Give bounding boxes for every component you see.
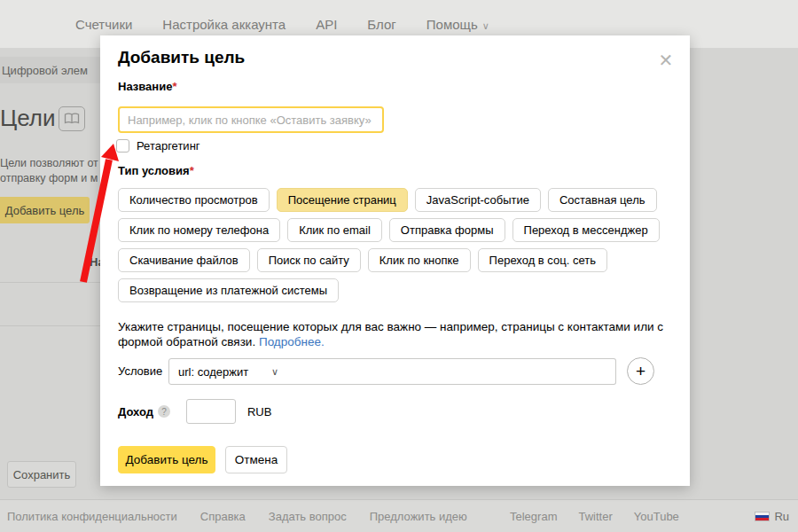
retargeting-checkbox[interactable] bbox=[116, 139, 129, 153]
chip-email-click[interactable]: Клик по email bbox=[287, 218, 382, 242]
page-title: Цели bbox=[0, 105, 56, 131]
background-add-goal-button[interactable]: Добавить цель bbox=[0, 197, 90, 223]
revenue-input[interactable] bbox=[186, 399, 236, 424]
goal-type-row-4: Возвращение из платежной системы bbox=[118, 278, 339, 302]
help-icon[interactable]: ? bbox=[158, 405, 170, 418]
nav-api[interactable]: API bbox=[316, 17, 337, 32]
hint-text-body: Укажите страницы, посещение которых для … bbox=[118, 320, 663, 348]
submit-add-goal-button[interactable]: Добавить цель bbox=[118, 446, 215, 473]
dialog-title: Добавить цель bbox=[118, 48, 245, 67]
chip-payment-return[interactable]: Возвращение из платежной системы bbox=[118, 278, 339, 302]
footer-link-youtube[interactable]: YouTube bbox=[634, 510, 679, 523]
goal-name-input[interactable] bbox=[118, 106, 384, 133]
chip-site-search[interactable]: Поиск по сайту bbox=[257, 248, 361, 272]
goal-type-row-1: Количество просмотров Посещение страниц … bbox=[118, 188, 657, 212]
learn-more-link[interactable]: Подробнее. bbox=[259, 335, 325, 348]
required-asterisk: * bbox=[172, 80, 176, 93]
russia-flag-icon bbox=[755, 512, 770, 521]
chip-social-network[interactable]: Переход в соц. сеть bbox=[478, 248, 607, 272]
docs-book-icon[interactable] bbox=[59, 106, 85, 131]
goals-description-line1: Цели позволяют от bbox=[0, 156, 100, 171]
table-divider bbox=[0, 325, 100, 326]
chip-form-submit[interactable]: Отправка формы bbox=[389, 218, 505, 242]
goals-description: Цели позволяют от отправку форм и м bbox=[0, 156, 100, 188]
condition-value-input[interactable] bbox=[287, 358, 616, 385]
breadcrumb-label: Цифровой элем bbox=[0, 57, 100, 77]
chip-phone-click[interactable]: Клик по номеру телефона bbox=[118, 218, 280, 242]
footer-link-help[interactable]: Справка bbox=[200, 510, 246, 523]
type-field-label: Тип условия* bbox=[118, 164, 194, 177]
chevron-down-icon: ∨ bbox=[271, 366, 278, 378]
retargeting-label: Ретаргетинг bbox=[137, 139, 200, 153]
chip-pageview-count[interactable]: Количество просмотров bbox=[118, 188, 270, 212]
table-divider bbox=[0, 282, 100, 283]
currency-label: RUB bbox=[247, 405, 271, 419]
revenue-label: Доход bbox=[118, 405, 153, 419]
nav-counters[interactable]: Счетчики bbox=[75, 17, 132, 32]
footer-link-privacy[interactable]: Политика конфиденциальности bbox=[7, 510, 177, 523]
retargeting-option: Ретаргетинг bbox=[116, 139, 200, 153]
name-field-label: Название* bbox=[118, 80, 176, 93]
screen: Счетчики Настройка аккаунта API Блог Пом… bbox=[0, 0, 798, 532]
condition-label: Условие bbox=[118, 364, 162, 378]
footer-link-twitter[interactable]: Twitter bbox=[578, 510, 612, 523]
nav-account-settings[interactable]: Настройка аккаунта bbox=[162, 17, 286, 32]
goal-type-row-3: Скачивание файлов Поиск по сайту Клик по… bbox=[118, 248, 607, 272]
goals-description-line2: отправку форм и м bbox=[0, 171, 100, 186]
language-switcher[interactable]: Ru bbox=[755, 500, 789, 532]
dialog-actions: Добавить цель Отмена bbox=[118, 446, 287, 473]
condition-type-select[interactable]: url: содержит ∨ bbox=[168, 358, 288, 385]
revenue-row: Доход ? RUB bbox=[118, 399, 271, 424]
chip-messenger[interactable]: Переход в мессенджер bbox=[512, 218, 660, 242]
chip-composite-goal[interactable]: Составная цель bbox=[548, 188, 657, 212]
name-label-text: Название bbox=[118, 80, 172, 93]
goal-type-row-2: Клик по номеру телефона Клик по email От… bbox=[118, 218, 660, 242]
footer-socials: Telegram Twitter YouTube bbox=[510, 500, 679, 532]
type-label-text: Тип условия bbox=[118, 164, 190, 177]
condition-select-value: url: содержит bbox=[178, 365, 248, 379]
nav-blog[interactable]: Блог bbox=[367, 17, 395, 32]
table-header-partial: На bbox=[90, 255, 100, 269]
language-code: Ru bbox=[774, 510, 789, 523]
footer-link-ask-question[interactable]: Задать вопрос bbox=[269, 510, 347, 523]
footer: Политика конфиденциальности Справка Зада… bbox=[0, 499, 798, 532]
chip-javascript-event[interactable]: JavaScript-событие bbox=[415, 188, 541, 212]
add-goal-dialog: Добавить цель ✕ Название* Ретаргетинг Ти… bbox=[100, 35, 690, 486]
footer-link-telegram[interactable]: Telegram bbox=[510, 510, 557, 523]
footer-link-suggest-idea[interactable]: Предложить идею bbox=[370, 510, 467, 523]
save-button[interactable]: Сохранить bbox=[7, 461, 76, 488]
chevron-down-icon: ∨ bbox=[482, 20, 489, 31]
cancel-button[interactable]: Отмена bbox=[225, 446, 287, 473]
chip-page-visit[interactable]: Посещение страниц bbox=[277, 188, 408, 212]
nav-help-label: Помощь bbox=[426, 17, 478, 32]
nav-help[interactable]: Помощь∨ bbox=[426, 17, 489, 32]
close-icon[interactable]: ✕ bbox=[655, 50, 677, 71]
required-asterisk: * bbox=[190, 164, 194, 177]
hint-text: Укажите страницы, посещение которых для … bbox=[118, 319, 678, 349]
chip-file-download[interactable]: Скачивание файлов bbox=[118, 248, 250, 272]
chip-button-click[interactable]: Клик по кнопке bbox=[368, 248, 471, 272]
footer-links: Политика конфиденциальности Справка Зада… bbox=[7, 500, 467, 532]
page-title-row: Цели bbox=[0, 105, 100, 135]
add-condition-button[interactable]: + bbox=[627, 357, 654, 385]
breadcrumb: Цифровой элем bbox=[0, 57, 100, 83]
